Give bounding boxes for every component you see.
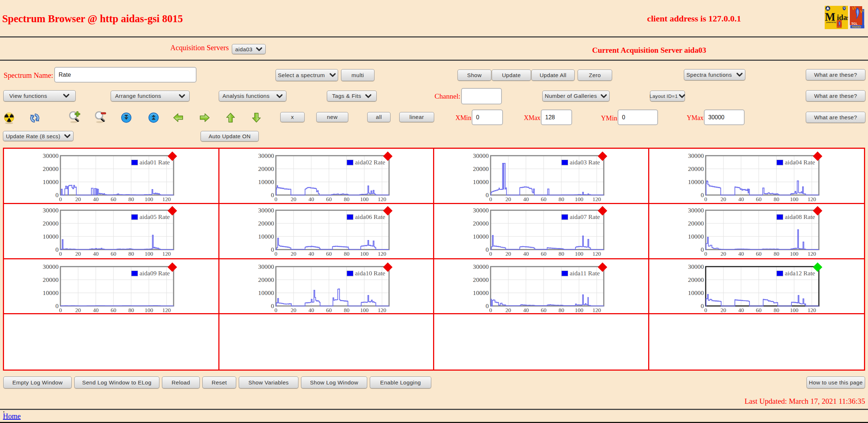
svg-text:80: 80 xyxy=(128,196,134,202)
svg-text:aida06 Rate: aida06 Rate xyxy=(355,213,385,220)
svg-text:aida04 Rate: aida04 Rate xyxy=(785,159,815,166)
svg-text:40: 40 xyxy=(308,196,314,202)
svg-text:20: 20 xyxy=(75,251,81,257)
svg-text:100: 100 xyxy=(360,307,369,313)
svg-text:40: 40 xyxy=(308,251,314,257)
svg-text:60: 60 xyxy=(541,307,547,313)
svg-text:80: 80 xyxy=(559,251,564,257)
svg-text:20000: 20000 xyxy=(688,165,704,172)
svg-text:100: 100 xyxy=(360,196,369,202)
svg-text:80: 80 xyxy=(344,251,350,257)
svg-text:60: 60 xyxy=(756,251,762,257)
svg-text:40: 40 xyxy=(308,307,314,313)
svg-text:30000: 30000 xyxy=(473,152,489,159)
svg-text:120: 120 xyxy=(592,251,601,257)
svg-text:20: 20 xyxy=(291,251,297,257)
svg-text:40: 40 xyxy=(93,196,99,202)
svg-text:0: 0 xyxy=(489,196,492,202)
svg-text:40: 40 xyxy=(523,196,529,202)
svg-text:100: 100 xyxy=(575,307,583,313)
svg-text:20: 20 xyxy=(506,251,511,257)
svg-text:0: 0 xyxy=(704,307,707,313)
svg-text:aida12 Rate: aida12 Rate xyxy=(785,270,815,277)
svg-text:60: 60 xyxy=(111,196,116,202)
svg-text:30000: 30000 xyxy=(258,152,274,159)
svg-text:0: 0 xyxy=(704,251,707,257)
svg-text:40: 40 xyxy=(523,307,529,313)
svg-text:0: 0 xyxy=(701,302,704,310)
svg-text:120: 120 xyxy=(808,251,816,257)
svg-text:TCL: TCL xyxy=(851,22,857,26)
svg-text:80: 80 xyxy=(128,251,134,257)
svg-text:0: 0 xyxy=(55,302,59,310)
svg-text:120: 120 xyxy=(808,307,816,313)
svg-text:100: 100 xyxy=(790,196,798,202)
svg-text:0: 0 xyxy=(271,246,274,253)
svg-text:20000: 20000 xyxy=(258,165,274,172)
svg-text:20: 20 xyxy=(506,307,511,313)
svg-text:20000: 20000 xyxy=(688,276,704,283)
svg-text:20: 20 xyxy=(721,251,726,257)
svg-text:30000: 30000 xyxy=(688,207,704,214)
svg-text:20000: 20000 xyxy=(473,276,489,283)
svg-text:10000: 10000 xyxy=(43,178,59,185)
svg-text:80: 80 xyxy=(344,307,350,313)
svg-text:20000: 20000 xyxy=(688,220,704,227)
svg-text:20000: 20000 xyxy=(258,220,274,227)
svg-text:120: 120 xyxy=(378,196,387,202)
svg-text:100: 100 xyxy=(575,251,583,257)
svg-text:120: 120 xyxy=(592,307,601,313)
svg-text:100: 100 xyxy=(360,251,369,257)
svg-text:30000: 30000 xyxy=(258,207,274,214)
svg-text:aida05 Rate: aida05 Rate xyxy=(140,213,170,220)
svg-text:60: 60 xyxy=(756,307,762,313)
svg-text:10000: 10000 xyxy=(473,233,489,240)
svg-text:0: 0 xyxy=(59,196,62,202)
svg-text:60: 60 xyxy=(326,196,332,202)
svg-text:10000: 10000 xyxy=(473,289,489,296)
svg-text:100: 100 xyxy=(144,251,153,257)
svg-text:20: 20 xyxy=(291,196,297,202)
svg-text:20000: 20000 xyxy=(43,276,59,283)
svg-text:40: 40 xyxy=(93,307,99,313)
svg-text:80: 80 xyxy=(774,251,780,257)
svg-text:0: 0 xyxy=(55,191,59,199)
svg-text:aida08 Rate: aida08 Rate xyxy=(785,213,815,220)
svg-text:10000: 10000 xyxy=(43,289,59,296)
svg-text:POWERED: POWERED xyxy=(852,26,861,28)
svg-text:20: 20 xyxy=(75,196,81,202)
svg-text:0: 0 xyxy=(274,196,277,202)
svg-text:10000: 10000 xyxy=(258,289,274,296)
svg-text:10000: 10000 xyxy=(688,178,704,185)
svg-text:20000: 20000 xyxy=(43,165,59,172)
svg-text:10000: 10000 xyxy=(688,289,704,296)
svg-text:60: 60 xyxy=(326,307,332,313)
svg-text:60: 60 xyxy=(541,196,547,202)
svg-text:0: 0 xyxy=(55,246,59,253)
svg-text:20000: 20000 xyxy=(473,220,489,227)
svg-text:0: 0 xyxy=(701,191,704,199)
svg-text:80: 80 xyxy=(559,196,564,202)
svg-text:aida10 Rate: aida10 Rate xyxy=(355,270,385,277)
svg-text:100: 100 xyxy=(575,196,583,202)
svg-text:0: 0 xyxy=(274,251,277,257)
svg-text:40: 40 xyxy=(738,196,744,202)
svg-text:60: 60 xyxy=(111,251,116,257)
svg-text:100: 100 xyxy=(144,307,153,313)
svg-text:20: 20 xyxy=(506,196,511,202)
svg-text:0: 0 xyxy=(701,246,704,253)
svg-text:0: 0 xyxy=(59,307,62,313)
svg-text:40: 40 xyxy=(738,251,744,257)
svg-text:aida03 Rate: aida03 Rate xyxy=(570,159,600,166)
svg-text:20: 20 xyxy=(721,196,726,202)
svg-text:0: 0 xyxy=(271,302,274,310)
svg-text:100: 100 xyxy=(790,307,798,313)
svg-text:120: 120 xyxy=(162,251,171,257)
svg-text:10000: 10000 xyxy=(43,233,59,240)
svg-text:powered by: powered by xyxy=(827,21,836,23)
svg-text:0: 0 xyxy=(274,307,277,313)
svg-text:120: 120 xyxy=(592,196,601,202)
svg-text:10000: 10000 xyxy=(688,233,704,240)
svg-text:30000: 30000 xyxy=(258,263,274,270)
svg-text:80: 80 xyxy=(559,307,564,313)
